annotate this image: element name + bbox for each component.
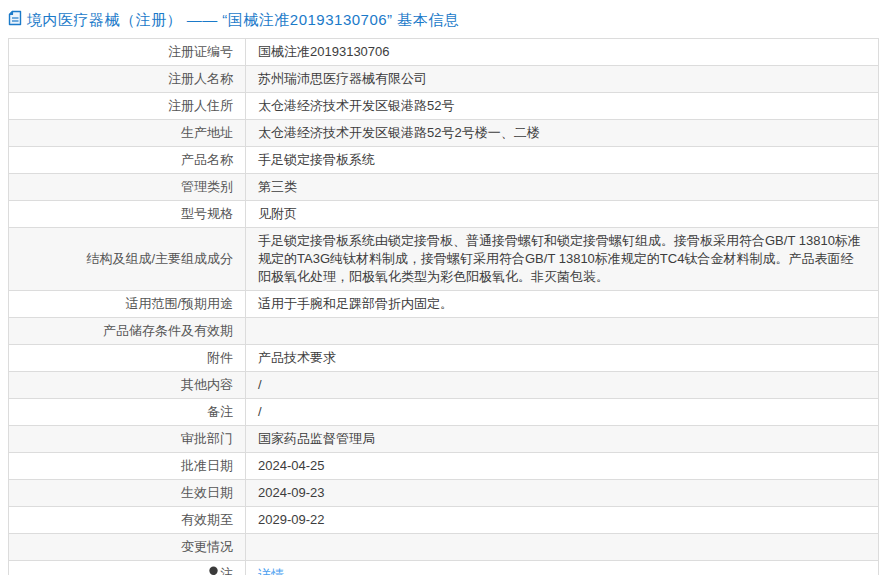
row-value: 手足锁定接骨板系统由锁定接骨板、普通接骨螺钉和锁定接骨螺钉组成。接骨板采用符合G…: [246, 228, 879, 291]
lightbulb-icon: [208, 566, 219, 575]
table-row: 附件 产品技术要求: [9, 345, 879, 372]
row-value: 国家药品监督管理局: [246, 426, 879, 453]
row-value: /: [246, 399, 879, 426]
row-label: 备注: [9, 399, 246, 426]
row-value: 太仓港经济技术开发区银港路52号2号楼一、二楼: [246, 120, 879, 147]
row-value: [246, 318, 879, 345]
table-row: 适用范围/预期用途 适用于手腕和足踝部骨折内固定。: [9, 291, 879, 318]
table-row: 批准日期 2024-04-25: [9, 453, 879, 480]
row-label: 批准日期: [9, 453, 246, 480]
table-row: 结构及组成/主要组成成分 手足锁定接骨板系统由锁定接骨板、普通接骨螺钉和锁定接骨…: [9, 228, 879, 291]
row-value: 第三类: [246, 174, 879, 201]
row-label: 型号规格: [9, 201, 246, 228]
document-icon: [8, 10, 22, 30]
table-row: 生效日期 2024-09-23: [9, 480, 879, 507]
row-label: 产品储存条件及有效期: [9, 318, 246, 345]
row-label: 结构及组成/主要组成成分: [9, 228, 246, 291]
registration-info-table: 注册证编号 国械注准20193130706 注册人名称 苏州瑞沛思医疗器械有限公…: [8, 38, 879, 575]
row-value: 苏州瑞沛思医疗器械有限公司: [246, 66, 879, 93]
row-label: 注册人名称: [9, 66, 246, 93]
table-row: 审批部门 国家药品监督管理局: [9, 426, 879, 453]
table-row: 注册人名称 苏州瑞沛思医疗器械有限公司: [9, 66, 879, 93]
row-value: 手足锁定接骨板系统: [246, 147, 879, 174]
row-label: 适用范围/预期用途: [9, 291, 246, 318]
row-label: 生效日期: [9, 480, 246, 507]
table-row: 管理类别 第三类: [9, 174, 879, 201]
row-label: 管理类别: [9, 174, 246, 201]
table-row: 其他内容 /: [9, 372, 879, 399]
row-value: 国械注准20193130706: [246, 39, 879, 66]
row-value: [246, 534, 879, 561]
row-value: 见附页: [246, 201, 879, 228]
row-label: 注册人住所: [9, 93, 246, 120]
table-row: 产品储存条件及有效期: [9, 318, 879, 345]
row-label: 注册证编号: [9, 39, 246, 66]
row-label: 其他内容: [9, 372, 246, 399]
table-row: 注册证编号 国械注准20193130706: [9, 39, 879, 66]
row-value: 适用于手腕和足踝部骨折内固定。: [246, 291, 879, 318]
row-value: /: [246, 372, 879, 399]
row-value: 详情: [246, 561, 879, 575]
row-label: 生产地址: [9, 120, 246, 147]
table-row: 型号规格 见附页: [9, 201, 879, 228]
table-row: 变更情况: [9, 534, 879, 561]
row-label: 审批部门: [9, 426, 246, 453]
table-row: 注册人住所 太仓港经济技术开发区银港路52号: [9, 93, 879, 120]
row-label: 注: [9, 561, 246, 575]
table-row: 产品名称 手足锁定接骨板系统: [9, 147, 879, 174]
detail-link[interactable]: 详情: [258, 567, 284, 575]
note-label: 注: [220, 566, 233, 575]
row-label: 产品名称: [9, 147, 246, 174]
table-row: 备注 /: [9, 399, 879, 426]
row-label: 有效期至: [9, 507, 246, 534]
row-value: 太仓港经济技术开发区银港路52号: [246, 93, 879, 120]
row-value: 2024-04-25: [246, 453, 879, 480]
page-header: 境内医疗器械（注册） —— “国械注准20193130706” 基本信息: [0, 0, 887, 38]
row-value: 产品技术要求: [246, 345, 879, 372]
table-row: 生产地址 太仓港经济技术开发区银港路52号2号楼一、二楼: [9, 120, 879, 147]
row-value: 2024-09-23: [246, 480, 879, 507]
table-row: 注 详情: [9, 561, 879, 575]
row-value: 2029-09-22: [246, 507, 879, 534]
table-row: 有效期至 2029-09-22: [9, 507, 879, 534]
row-label: 变更情况: [9, 534, 246, 561]
row-label: 附件: [9, 345, 246, 372]
page-title: 境内医疗器械（注册） —— “国械注准20193130706” 基本信息: [27, 11, 459, 30]
